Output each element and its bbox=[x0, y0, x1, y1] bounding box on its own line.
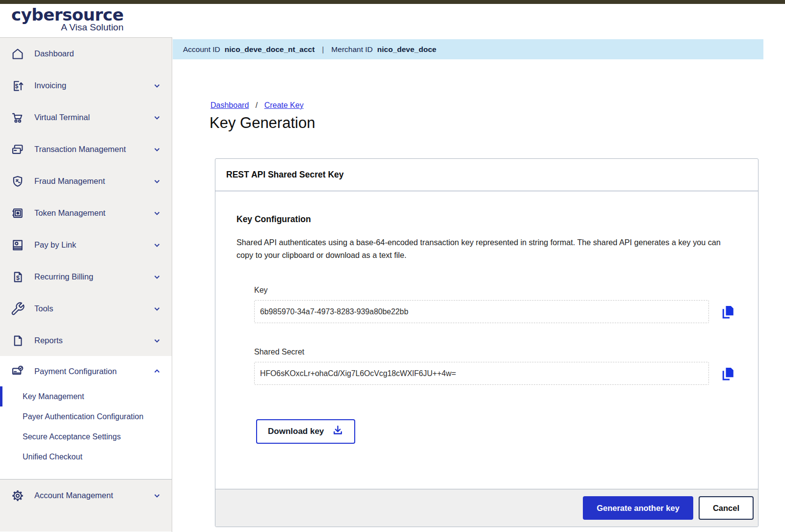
sidebar: Dashboard $ Invoicing Virtual Terminal bbox=[0, 37, 172, 532]
key-field-group: Key 6b985970-34a7-4973-8283-939a80be22bb bbox=[254, 286, 737, 323]
sidebar-item-account-management[interactable]: Account Management bbox=[0, 480, 172, 511]
home-icon bbox=[10, 47, 25, 61]
key-configuration-description: Shared API authenticates using a base-64… bbox=[236, 236, 737, 261]
copy-shared-secret-button[interactable] bbox=[719, 365, 737, 382]
shared-secret-label: Shared Secret bbox=[254, 348, 737, 356]
sidebar-item-label: Fraud Management bbox=[34, 177, 151, 186]
sidebar-main-section: Dashboard $ Invoicing Virtual Terminal bbox=[0, 37, 172, 356]
cancel-button[interactable]: Cancel bbox=[699, 496, 754, 520]
card-header: REST API Shared Secret Key bbox=[215, 159, 758, 191]
cards-icon bbox=[10, 142, 25, 157]
chevron-down-icon[interactable] bbox=[151, 239, 163, 251]
account-id-label: Account ID bbox=[183, 45, 220, 54]
cart-icon bbox=[10, 110, 25, 125]
breadcrumb: Dashboard / Create Key bbox=[210, 101, 304, 110]
chevron-down-icon[interactable] bbox=[151, 112, 163, 124]
breadcrumb-link-dashboard[interactable]: Dashboard bbox=[210, 101, 249, 109]
sidebar-item-label: Token Management bbox=[34, 208, 151, 218]
breadcrumb-separator: / bbox=[256, 101, 258, 109]
shared-secret-field-group: Shared Secret HFO6sKOxcLr+ohaCd/Xig7L6Oc… bbox=[254, 348, 737, 385]
svg-text:$: $ bbox=[15, 82, 19, 89]
chevron-down-icon[interactable] bbox=[151, 303, 163, 315]
sidebar-item-label: Virtual Terminal bbox=[34, 113, 151, 122]
sidebar-subitem-label: Payer Authentication Configuration bbox=[23, 412, 143, 421]
sidebar-item-pay-by-link[interactable]: Pay by Link bbox=[0, 229, 172, 261]
sidebar-bottom-section: Account Management bbox=[0, 479, 172, 532]
merchant-id-label: Merchant ID bbox=[331, 45, 372, 54]
account-bar-separator: | bbox=[322, 45, 324, 54]
chevron-up-icon[interactable] bbox=[151, 365, 163, 377]
sidebar-item-tools[interactable]: Tools bbox=[0, 293, 172, 325]
key-field-label: Key bbox=[254, 286, 737, 295]
key-configuration-title: Key Configuration bbox=[236, 214, 737, 225]
sidebar-item-virtual-terminal[interactable]: Virtual Terminal bbox=[0, 101, 172, 133]
copy-icon bbox=[719, 377, 737, 384]
sidebar-subitem-secure-acceptance-settings[interactable]: Secure Acceptance Settings bbox=[0, 427, 172, 447]
sidebar-item-label: Invoicing bbox=[34, 81, 151, 90]
billing-doc-icon: $ bbox=[10, 270, 25, 284]
chevron-down-icon[interactable] bbox=[151, 80, 163, 92]
card-check-icon bbox=[10, 364, 25, 379]
brand-logo: cybersource A Visa Solution bbox=[0, 4, 172, 37]
sidebar-item-payment-configuration[interactable]: Payment Configuration bbox=[0, 356, 172, 386]
sidebar-item-label: Pay by Link bbox=[34, 240, 151, 250]
sidebar-expanded-section: Payment Configuration Key Management Pay… bbox=[0, 356, 172, 479]
chevron-down-icon[interactable] bbox=[151, 144, 163, 155]
key-generation-card: REST API Shared Secret Key Key Configura… bbox=[215, 158, 759, 527]
sidebar-item-label: Reports bbox=[34, 336, 151, 345]
download-icon bbox=[331, 424, 344, 439]
breadcrumb-link-create-key[interactable]: Create Key bbox=[264, 101, 304, 109]
sidebar-subitem-label: Unified Checkout bbox=[23, 453, 82, 461]
sidebar-item-label: Recurring Billing bbox=[34, 272, 151, 281]
svg-text:$: $ bbox=[16, 274, 20, 281]
sidebar-item-label: Dashboard bbox=[34, 49, 163, 58]
sidebar-item-recurring-billing[interactable]: $ Recurring Billing bbox=[0, 261, 172, 293]
generate-another-key-button[interactable]: Generate another key bbox=[583, 496, 693, 520]
logo-text: cybersource bbox=[11, 6, 124, 24]
top-accent-strip bbox=[0, 0, 785, 4]
vault-icon bbox=[10, 206, 25, 221]
sidebar-item-label: Account Management bbox=[34, 491, 151, 500]
sidebar-subitem-key-management[interactable]: Key Management bbox=[0, 386, 172, 406]
chevron-down-icon[interactable] bbox=[151, 335, 163, 347]
card-body: Key Configuration Shared API authenticat… bbox=[215, 191, 758, 444]
wrench-icon bbox=[10, 302, 25, 316]
gear-icon bbox=[10, 488, 25, 503]
account-bar: Account ID nico_deve_doce_nt_acct | Merc… bbox=[173, 39, 763, 59]
key-value-box[interactable]: 6b985970-34a7-4973-8283-939a80be22bb bbox=[254, 300, 709, 323]
sidebar-item-label: Transaction Management bbox=[34, 145, 151, 154]
sidebar-subitem-label: Secure Acceptance Settings bbox=[23, 432, 121, 441]
sidebar-item-label: Payment Configuration bbox=[34, 367, 151, 376]
chevron-down-icon[interactable] bbox=[151, 490, 163, 502]
copy-icon bbox=[719, 315, 737, 322]
chevron-down-icon[interactable] bbox=[151, 207, 163, 219]
shield-icon bbox=[10, 174, 25, 189]
sidebar-item-reports[interactable]: Reports bbox=[0, 325, 172, 356]
merchant-id-value: nico_deve_doce bbox=[377, 45, 437, 54]
sidebar-item-invoicing[interactable]: $ Invoicing bbox=[0, 70, 172, 101]
download-key-button[interactable]: Download key bbox=[256, 419, 355, 444]
sidebar-item-label: Tools bbox=[34, 304, 151, 313]
card-footer: Generate another key Cancel bbox=[215, 489, 758, 527]
download-key-label: Download key bbox=[268, 427, 324, 436]
sidebar-subitem-label: Key Management bbox=[23, 392, 84, 401]
sidebar-subitem-payer-authentication-configuration[interactable]: Payer Authentication Configuration bbox=[0, 406, 172, 427]
copy-key-button[interactable] bbox=[719, 303, 737, 321]
page-title: Key Generation bbox=[209, 114, 315, 132]
sidebar-item-token-management[interactable]: Token Management bbox=[0, 197, 172, 229]
sidebar-item-fraud-management[interactable]: Fraud Management bbox=[0, 165, 172, 197]
sidebar-item-dashboard[interactable]: Dashboard bbox=[0, 38, 172, 70]
shared-secret-value-box[interactable]: HFO6sKOxcLr+ohaCd/Xig7L6OcVcg18cWXlF6JU+… bbox=[254, 362, 709, 385]
chevron-down-icon[interactable] bbox=[151, 271, 163, 283]
sidebar-item-transaction-management[interactable]: Transaction Management bbox=[0, 133, 172, 165]
chevron-down-icon[interactable] bbox=[151, 176, 163, 187]
account-id-value: nico_deve_doce_nt_acct bbox=[225, 45, 315, 54]
invoice-icon: $ bbox=[10, 78, 25, 93]
page-link-icon bbox=[10, 238, 25, 253]
sidebar-subitem-unified-checkout[interactable]: Unified Checkout bbox=[0, 447, 172, 467]
document-icon bbox=[10, 333, 25, 348]
